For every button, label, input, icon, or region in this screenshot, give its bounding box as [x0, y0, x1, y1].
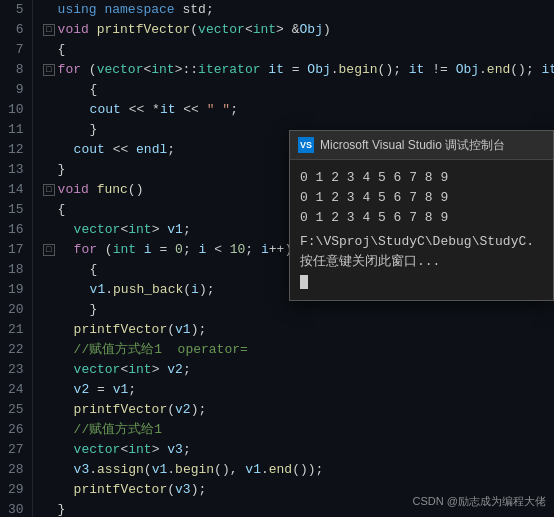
fold-icon[interactable]: □ [43, 64, 55, 76]
line-number: 26 [8, 420, 24, 440]
console-titlebar: VS Microsoft Visual Studio 调试控制台 [290, 131, 553, 160]
line-number: 6 [8, 20, 24, 40]
code-line: vector<int> v2; [43, 360, 554, 380]
code-line: using namespace std; [43, 0, 554, 20]
code-line: □void printfVector(vector<int> &Obj) [43, 20, 554, 40]
watermark: CSDN @励志成为编程大佬 [413, 491, 546, 511]
line-number: 28 [8, 460, 24, 480]
line-number: 9 [8, 80, 24, 100]
line-number: 19 [8, 280, 24, 300]
line-number: 27 [8, 440, 24, 460]
vs-icon: VS [298, 137, 314, 153]
fold-icon[interactable]: □ [43, 24, 55, 36]
line-number: 14 [8, 180, 24, 200]
code-editor: 5678910111213141516171819202122232425262… [0, 0, 554, 517]
cursor [300, 275, 308, 289]
console-path: F:\VSproj\StudyC\Debug\StudyC. [300, 232, 543, 252]
console-prompt: 按任意键关闭此窗口... [300, 252, 543, 272]
code-line: } [43, 300, 554, 320]
code-line: v2 = v1; [43, 380, 554, 400]
console-line2: 0 1 2 3 4 5 6 7 8 9 [300, 188, 543, 208]
line-number: 10 [8, 100, 24, 120]
line-number: 21 [8, 320, 24, 340]
code-line: //赋值方式给1 [43, 420, 554, 440]
line-number: 5 [8, 0, 24, 20]
line-number: 12 [8, 140, 24, 160]
line-number: 18 [8, 260, 24, 280]
code-line: { [43, 40, 554, 60]
line-number: 11 [8, 120, 24, 140]
line-number: 16 [8, 220, 24, 240]
line-number: 8 [8, 60, 24, 80]
code-line: { [43, 80, 554, 100]
line-number: 13 [8, 160, 24, 180]
line-number: 23 [8, 360, 24, 380]
line-numbers: 5678910111213141516171819202122232425262… [0, 0, 33, 517]
fold-icon[interactable]: □ [43, 184, 55, 196]
console-title: Microsoft Visual Studio 调试控制台 [320, 135, 505, 155]
code-line: v3.assign(v1.begin(), v1.end()); [43, 460, 554, 480]
code-line: //赋值方式给1 operator= [43, 340, 554, 360]
console-body: 0 1 2 3 4 5 6 7 8 9 0 1 2 3 4 5 6 7 8 9 … [290, 160, 553, 300]
code-line: cout << *it << " "; [43, 100, 554, 120]
line-number: 7 [8, 40, 24, 60]
line-number: 17 [8, 240, 24, 260]
code-line: printfVector(v1); [43, 320, 554, 340]
line-number: 22 [8, 340, 24, 360]
code-line: vector<int> v3; [43, 440, 554, 460]
console-line3: 0 1 2 3 4 5 6 7 8 9 [300, 208, 543, 228]
console-popup: VS Microsoft Visual Studio 调试控制台 0 1 2 3… [289, 130, 554, 301]
line-number: 29 [8, 480, 24, 500]
line-number: 30 [8, 500, 24, 517]
line-number: 15 [8, 200, 24, 220]
line-number: 24 [8, 380, 24, 400]
line-number: 25 [8, 400, 24, 420]
console-line1: 0 1 2 3 4 5 6 7 8 9 [300, 168, 543, 188]
code-line: printfVector(v2); [43, 400, 554, 420]
code-line: □for (vector<int>::iterator it = Obj.beg… [43, 60, 554, 80]
fold-icon[interactable]: □ [43, 244, 55, 256]
line-number: 20 [8, 300, 24, 320]
